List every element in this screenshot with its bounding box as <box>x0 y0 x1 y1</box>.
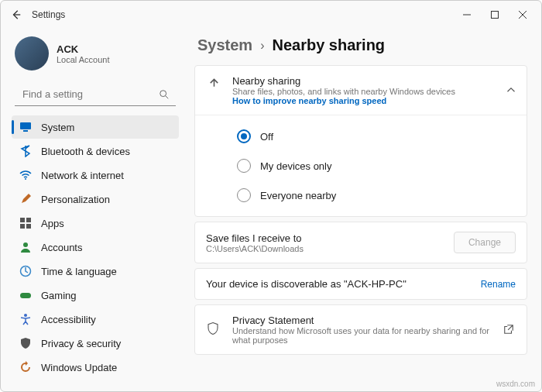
sidebar-item-accessibility[interactable]: Accessibility <box>12 308 179 331</box>
close-icon <box>519 11 527 19</box>
search-box[interactable] <box>15 83 176 106</box>
sidebar-item-label: Time & language <box>41 266 117 277</box>
rename-link[interactable]: Rename <box>481 279 516 290</box>
user-tile[interactable]: ACK Local Account <box>12 33 179 80</box>
sidebar-item-windows-update[interactable]: Windows Update <box>12 356 179 379</box>
sidebar-item-label: Windows Update <box>41 362 117 373</box>
breadcrumb-current: Nearby sharing <box>272 36 385 54</box>
apps-icon <box>19 217 32 229</box>
shield-icon <box>19 337 32 349</box>
minimize-icon <box>463 11 471 19</box>
sidebar-item-label: Apps <box>41 218 64 229</box>
nearby-sharing-header[interactable]: Nearby sharing Share files, photos, and … <box>195 66 527 115</box>
sidebar-item-apps[interactable]: Apps <box>12 211 179 235</box>
user-account-type: Local Account <box>57 55 110 64</box>
svg-rect-7 <box>23 130 28 132</box>
nearby-help-link[interactable]: How to improve nearby sharing speed <box>232 96 455 105</box>
search-icon <box>159 89 170 100</box>
svg-rect-10 <box>26 218 31 222</box>
radio-label: Off <box>260 131 273 143</box>
window-title: Settings <box>32 9 65 20</box>
svg-rect-15 <box>20 293 31 298</box>
svg-rect-12 <box>26 224 31 229</box>
change-button: Change <box>454 232 516 253</box>
radio-button-icon <box>237 129 251 143</box>
external-link-icon <box>503 324 516 336</box>
clock-globe-icon <box>19 265 32 277</box>
nearby-sharing-card: Nearby sharing Share files, photos, and … <box>194 65 527 217</box>
save-path: C:\Users\ACK\Downloads <box>206 244 443 253</box>
sidebar-item-bluetooth-devices[interactable]: Bluetooth & devices <box>12 139 179 163</box>
settings-window: Settings ACK Local Account SystemBluetoo… <box>0 0 542 392</box>
nearby-radios: OffMy devices onlyEveryone nearby <box>195 115 527 216</box>
sidebar-nav: SystemBluetooth & devicesNetwork & inter… <box>12 115 179 379</box>
shield-icon <box>206 322 221 339</box>
sidebar-item-privacy-security[interactable]: Privacy & security <box>12 332 179 355</box>
close-button[interactable] <box>509 4 537 26</box>
main-content: System › Nearby sharing Nearby sharing S… <box>187 29 541 391</box>
svg-rect-1 <box>492 12 499 19</box>
minimize-button[interactable] <box>453 4 481 26</box>
sidebar-item-label: Gaming <box>41 290 77 301</box>
titlebar: Settings <box>1 1 541 29</box>
svg-rect-11 <box>20 224 25 229</box>
radio-my-devices-only[interactable]: My devices only <box>237 151 516 181</box>
maximize-button[interactable] <box>481 4 509 26</box>
discoverable-card: Your device is discoverable as "ACK-HP-P… <box>194 268 527 300</box>
sidebar-item-label: System <box>41 122 74 133</box>
svg-rect-6 <box>20 122 31 129</box>
sidebar-item-label: Accessibility <box>41 314 96 325</box>
save-title: Save files I receive to <box>206 232 443 244</box>
svg-rect-9 <box>20 218 25 222</box>
sidebar-item-label: Privacy & security <box>41 338 121 349</box>
user-name: ACK <box>57 43 110 55</box>
radio-button-icon <box>237 159 251 173</box>
sidebar-item-label: Accounts <box>41 242 82 253</box>
sidebar-item-gaming[interactable]: Gaming <box>12 284 179 307</box>
privacy-title: Privacy Statement <box>232 315 492 326</box>
person-icon <box>19 241 32 253</box>
bluetooth-icon <box>19 145 32 157</box>
sidebar-item-label: Network & internet <box>41 170 124 181</box>
search-input[interactable] <box>21 88 159 101</box>
privacy-subtitle: Understand how Microsoft uses your data … <box>232 326 492 345</box>
nearby-subtitle: Share files, photos, and links with near… <box>232 87 455 96</box>
share-icon <box>206 77 221 94</box>
breadcrumb-parent[interactable]: System <box>197 36 252 54</box>
svg-point-8 <box>25 178 26 180</box>
svg-line-5 <box>166 95 169 98</box>
radio-label: Everyone nearby <box>260 190 336 201</box>
privacy-card[interactable]: Privacy Statement Understand how Microso… <box>194 304 527 355</box>
sidebar: ACK Local Account SystemBluetooth & devi… <box>1 29 187 391</box>
maximize-icon <box>491 11 499 19</box>
gaming-icon <box>19 289 32 301</box>
svg-point-13 <box>23 242 28 247</box>
radio-off[interactable]: Off <box>237 122 516 151</box>
svg-point-16 <box>24 314 27 317</box>
back-arrow-icon <box>11 9 22 20</box>
sidebar-item-time-language[interactable]: Time & language <box>12 260 179 283</box>
discoverable-text: Your device is discoverable as "ACK-HP-P… <box>206 278 470 290</box>
back-button[interactable] <box>5 4 27 26</box>
wifi-icon <box>19 169 32 181</box>
save-location-card: Save files I receive to C:\Users\ACK\Dow… <box>194 222 527 263</box>
paintbrush-icon <box>19 193 32 205</box>
radio-everyone-nearby[interactable]: Everyone nearby <box>237 181 516 210</box>
sidebar-item-system[interactable]: System <box>12 115 179 139</box>
breadcrumb: System › Nearby sharing <box>197 36 527 54</box>
sidebar-item-label: Personalization <box>41 194 110 205</box>
sidebar-item-network-internet[interactable]: Network & internet <box>12 163 179 187</box>
avatar <box>15 36 49 70</box>
watermark: wsxdn.com <box>496 380 535 388</box>
update-icon <box>19 361 32 373</box>
svg-point-4 <box>160 90 166 96</box>
sidebar-item-personalization[interactable]: Personalization <box>12 187 179 211</box>
accessibility-icon <box>19 313 32 325</box>
nearby-title: Nearby sharing <box>232 75 455 87</box>
chevron-up-icon <box>506 84 516 98</box>
sidebar-item-accounts[interactable]: Accounts <box>12 236 179 259</box>
radio-label: My devices only <box>260 160 331 172</box>
sidebar-item-label: Bluetooth & devices <box>41 146 130 157</box>
display-icon <box>19 121 32 133</box>
radio-button-icon <box>237 188 251 202</box>
